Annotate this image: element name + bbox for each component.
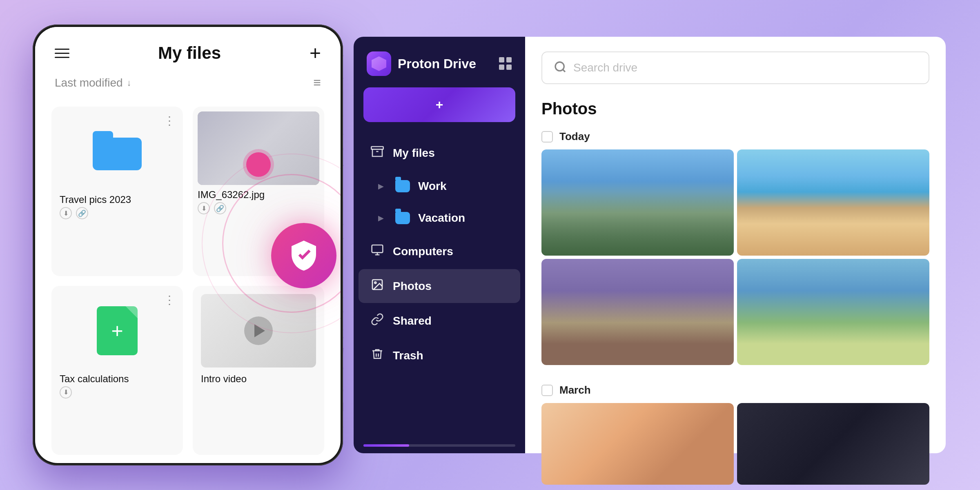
- sidebar-item-label: Computers: [393, 245, 453, 258]
- svg-point-7: [555, 62, 564, 71]
- photo-tile[interactable]: [737, 259, 929, 365]
- file-name: Tax calculations: [60, 373, 175, 385]
- svg-point-6: [374, 282, 376, 283]
- image-icon: [370, 278, 385, 294]
- search-bar[interactable]: Search drive: [541, 51, 929, 84]
- app-grid-icon[interactable]: [499, 57, 512, 70]
- section-checkbox[interactable]: [541, 385, 553, 396]
- sidebar-item-label: Work: [418, 180, 447, 193]
- phone-frame: My files + Last modified ↓ ≡ ⋮: [33, 24, 343, 466]
- shield-badge: [271, 223, 336, 288]
- desktop-sidebar: Proton Drive + My files ▶: [354, 37, 525, 453]
- storage-bar-fill: [363, 444, 409, 447]
- photo-tile[interactable]: [541, 149, 734, 256]
- monitor-icon: [370, 243, 385, 259]
- svg-line-8: [563, 69, 565, 72]
- section-today: Today: [525, 126, 946, 149]
- sidebar-item-label: My files: [393, 147, 435, 160]
- sidebar-item-computers[interactable]: Computers: [359, 234, 520, 268]
- sidebar-item-trash[interactable]: Trash: [359, 339, 520, 372]
- sidebar-item-my-files[interactable]: My files: [359, 136, 520, 170]
- hamburger-menu-button[interactable]: [55, 49, 69, 58]
- folder-icon: [395, 212, 410, 224]
- link-icon[interactable]: 🔗: [76, 207, 88, 219]
- sort-label-text: Last modified: [55, 76, 123, 89]
- sidebar-item-photos[interactable]: Photos: [359, 269, 520, 303]
- trash-icon: [370, 347, 385, 363]
- section-checkbox[interactable]: [541, 131, 553, 143]
- svg-rect-2: [372, 245, 383, 253]
- file-name: Travel pics 2023: [60, 194, 175, 205]
- section-date-label: Today: [559, 130, 590, 143]
- new-button-label: +: [436, 97, 443, 112]
- sidebar-item-label: Vacation: [418, 212, 465, 225]
- sidebar-item-vacation[interactable]: ▶ Vacation: [359, 203, 520, 234]
- phone-header: My files +: [35, 27, 341, 71]
- nav-section: My files ▶ Work ▶ Vacation: [354, 132, 525, 438]
- page-title: Photos: [525, 96, 946, 126]
- list-item[interactable]: ⋮ + Tax calculations ⬇: [51, 286, 183, 455]
- sidebar-item-label: Trash: [393, 349, 423, 362]
- mobile-phone: My files + Last modified ↓ ≡ ⋮: [33, 24, 343, 466]
- files-grid: ⋮ Travel pics 2023 ⬇ 🔗 ⋮: [35, 98, 341, 463]
- sidebar-item-work[interactable]: ▶ Work: [359, 171, 520, 202]
- photo-grid-march: [525, 403, 946, 485]
- file-icon-area: +: [60, 294, 175, 368]
- file-name: Intro video: [201, 373, 316, 385]
- section-date-label: March: [559, 384, 591, 396]
- proton-logo-inner: [372, 56, 386, 71]
- photo-tile[interactable]: [541, 403, 734, 485]
- photo-tile[interactable]: [737, 403, 929, 485]
- right-panel: Search drive Photos Today March: [525, 37, 946, 453]
- file-actions: ⬇: [60, 386, 175, 399]
- sort-bar: Last modified ↓ ≡: [35, 71, 341, 98]
- list-item[interactable]: ⋮ IMG_63262.jpg: [193, 107, 324, 276]
- chevron-icon: ▶: [378, 214, 384, 223]
- more-options-button[interactable]: ⋮: [164, 293, 176, 307]
- storage-indicator: [354, 438, 525, 453]
- folder-icon: [395, 180, 410, 192]
- svg-rect-0: [371, 147, 383, 149]
- storage-bar-background: [363, 444, 515, 447]
- search-icon: [554, 60, 567, 75]
- photo-grid-today: [525, 149, 946, 373]
- sort-label[interactable]: Last modified ↓: [55, 76, 131, 89]
- photo-tile[interactable]: [541, 259, 734, 365]
- new-button[interactable]: +: [363, 87, 515, 122]
- search-input[interactable]: Search drive: [573, 61, 637, 74]
- phone-screen: My files + Last modified ↓ ≡ ⋮: [35, 27, 341, 463]
- more-options-button[interactable]: ⋮: [164, 114, 176, 127]
- sidebar-item-label: Photos: [393, 280, 432, 293]
- inbox-icon: [370, 145, 385, 161]
- photo-tile[interactable]: [737, 149, 929, 256]
- download-icon[interactable]: ⬇: [60, 207, 72, 219]
- phone-title: My files: [158, 43, 221, 63]
- sidebar-item-shared[interactable]: Shared: [359, 304, 520, 338]
- sidebar-item-label: Shared: [393, 314, 432, 327]
- sort-arrow-icon: ↓: [127, 78, 131, 88]
- list-item[interactable]: ⋮ Travel pics 2023 ⬇ 🔗: [51, 107, 183, 276]
- document-icon: +: [97, 306, 138, 355]
- link-icon: [370, 313, 385, 329]
- app-name: Proton Drive: [398, 56, 499, 71]
- add-button[interactable]: +: [310, 43, 321, 63]
- sidebar-header: Proton Drive: [354, 37, 525, 87]
- folder-icon: [93, 131, 142, 172]
- proton-logo: [367, 51, 391, 76]
- section-march: March: [525, 380, 946, 403]
- list-view-toggle[interactable]: ≡: [313, 75, 321, 90]
- download-icon[interactable]: ⬇: [60, 386, 72, 399]
- plus-sign: +: [111, 319, 123, 343]
- chevron-icon: ▶: [378, 182, 384, 191]
- file-icon-area: [60, 115, 175, 188]
- file-actions: ⬇ 🔗: [60, 207, 175, 219]
